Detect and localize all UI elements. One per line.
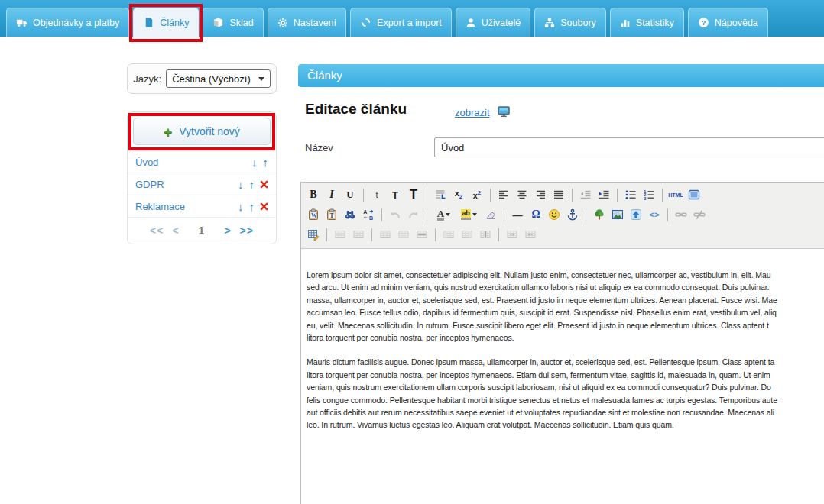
highlight-color-icon: ab xyxy=(461,209,471,220)
toolbar-source-code-button[interactable]: <> xyxy=(646,206,663,223)
tab-objednavky-a-platby[interactable]: Objednávky a platby xyxy=(6,8,129,37)
tab-napoveda[interactable]: ?Nápověda xyxy=(688,8,768,37)
article-row-uvod: Úvod↓↑ xyxy=(128,150,276,173)
toolbar-horizontal-rule-button[interactable]: — xyxy=(509,206,526,223)
arrow-up-icon[interactable]: ↑ xyxy=(249,201,255,212)
arrow-up-icon[interactable]: ↑ xyxy=(263,157,269,168)
toolbar-image-tree-button[interactable] xyxy=(591,206,608,223)
toolbar-outdent-button xyxy=(577,186,594,203)
pagination-next[interactable]: > xyxy=(224,225,231,237)
align-center-icon xyxy=(516,189,528,201)
truck-icon xyxy=(16,17,28,28)
pagination-prev: < xyxy=(172,225,179,237)
toolbar-superscript-button[interactable]: x2 xyxy=(469,186,485,203)
arrow-down-icon[interactable]: ↓ xyxy=(238,201,244,212)
section-title: Články xyxy=(307,69,342,82)
toolbar-paste-word-button[interactable]: W xyxy=(305,206,322,223)
tab-soubory[interactable]: Soubory xyxy=(534,8,606,37)
toolbar-numbered-list-button[interactable]: 123 xyxy=(641,186,657,203)
toolbar-style-props-button[interactable] xyxy=(432,186,449,203)
toolbar-paste-text-button[interactable]: T xyxy=(323,206,340,223)
editor-toolbar: BIUtTTx2x2123HTMLWTABAab—Ω<> xyxy=(301,183,824,249)
toolbar-col-insert-before-button xyxy=(440,226,457,243)
editor-paragraph: Lorem ipsum dolor sit amet, consectetuer… xyxy=(307,269,824,344)
table-insert-icon xyxy=(307,228,320,241)
remove-format-icon xyxy=(485,208,497,221)
article-link[interactable]: Úvod xyxy=(135,157,251,168)
language-select[interactable]: Čeština (Výchozí) xyxy=(166,69,271,88)
top-navbar: Objednávky a platbyČlánkySkladNastaveníE… xyxy=(0,0,824,37)
toolbar-special-char-button[interactable]: Ω xyxy=(527,206,544,223)
tab-export-a-import[interactable]: Export a import xyxy=(350,8,452,37)
tab-sklad[interactable]: Sklad xyxy=(203,8,263,37)
rich-text-editor: BIUtTTx2x2123HTMLWTABAab—Ω<> Lorem ipsum… xyxy=(300,182,824,504)
toolbar-table-insert-button[interactable] xyxy=(305,226,322,243)
toolbar-align-left-button[interactable] xyxy=(495,186,512,203)
article-list: Úvod↓↑GDPR↓↑Reklamace↓↑ xyxy=(128,150,276,217)
toolbar-align-justify-button[interactable] xyxy=(550,186,567,203)
box-icon xyxy=(212,17,224,28)
view-article-link[interactable]: zobrazit xyxy=(455,107,490,118)
toolbar-font-large-button[interactable]: T xyxy=(405,186,422,203)
tab-uzivatele[interactable]: Uživatelé xyxy=(456,8,530,37)
svg-text:B: B xyxy=(369,215,373,221)
toolbar-font-medium-button[interactable]: T xyxy=(387,186,404,203)
arrow-up-icon[interactable]: ↑ xyxy=(249,179,255,190)
tab-label: Sklad xyxy=(229,18,253,28)
page-title: Editace článku xyxy=(305,101,407,118)
pagination-nextnext[interactable]: >> xyxy=(240,225,254,237)
article-link[interactable]: GDPR xyxy=(135,179,238,190)
toolbar-html-source-button[interactable]: HTML xyxy=(667,186,684,203)
paste-word-icon: W xyxy=(307,208,320,221)
delete-x-icon[interactable] xyxy=(260,180,268,189)
underline-icon: U xyxy=(346,189,353,201)
article-controls: ↓↑ xyxy=(251,157,268,168)
toolbar-text-color-button[interactable]: A xyxy=(432,206,456,223)
toolbar-bold-button[interactable]: B xyxy=(305,186,322,203)
table-cell-props-icon xyxy=(352,228,365,241)
toolbar-find-replace-button[interactable]: AB xyxy=(360,206,377,223)
create-new-button[interactable]: + Vytvořit nový xyxy=(133,118,271,145)
toolbar-separator xyxy=(326,228,327,241)
toolbar-image-frame-button[interactable] xyxy=(609,206,626,223)
chevron-down-icon xyxy=(446,213,450,216)
pagination-current-page: 1 xyxy=(199,225,206,237)
chevron-down-icon xyxy=(472,213,477,216)
toolbar-row-insert-before-button xyxy=(377,226,394,243)
article-link[interactable]: Reklamace xyxy=(135,201,238,212)
toolbar-align-center-button[interactable] xyxy=(514,186,530,203)
toolbar-align-right-button[interactable] xyxy=(532,186,549,203)
toolbar-remove-format-button[interactable] xyxy=(482,206,499,223)
arrow-down-icon[interactable]: ↓ xyxy=(238,179,244,190)
editor-text-line: veniam, quis nostrum exercitationem ulla… xyxy=(307,381,824,393)
toolbar-indent-button[interactable] xyxy=(595,186,612,203)
toolbar-emoticon-button[interactable] xyxy=(546,206,563,223)
numbered-list-icon: 123 xyxy=(643,189,655,201)
monitor-icon[interactable] xyxy=(498,106,511,121)
editor-text-line: accumsan leo. Fusce tellus odio, dapibus… xyxy=(307,306,824,318)
tab-statistiky[interactable]: Statistiky xyxy=(610,8,684,37)
editor-text-line: sed arcu. Ut enim ad minim veniam, quis … xyxy=(307,281,824,293)
tab-clanky[interactable]: Články xyxy=(133,8,199,37)
toolbar-underline-button[interactable]: U xyxy=(342,186,358,203)
toolbar-upload-button[interactable] xyxy=(628,206,644,223)
toolbar-font-small-button[interactable]: t xyxy=(368,186,385,203)
toolbar-row: BIUtTTx2x2123HTML xyxy=(304,185,824,205)
toolbar-anchor-button[interactable] xyxy=(564,206,581,223)
editor-content-area[interactable]: Lorem ipsum dolor sit amet, consectetuer… xyxy=(301,249,824,451)
editor-text-line: Lorem ipsum dolor sit amet, consectetuer… xyxy=(307,269,824,281)
toolbar-bullet-list-button[interactable] xyxy=(622,186,639,203)
toolbar-fullscreen-button[interactable] xyxy=(686,186,702,203)
toolbar-highlight-color-button[interactable]: ab xyxy=(457,206,481,223)
toolbar-separator xyxy=(504,208,504,221)
svg-text:T: T xyxy=(330,212,334,219)
article-name-input[interactable] xyxy=(434,137,824,157)
toolbar-subscript-button[interactable]: x2 xyxy=(450,186,467,203)
delete-x-icon[interactable] xyxy=(260,202,268,211)
arrow-down-icon[interactable]: ↓ xyxy=(251,157,258,168)
toolbar-find-button[interactable] xyxy=(342,206,358,223)
tab-nastaveni[interactable]: Nastavení xyxy=(268,8,346,37)
toolbar-italic-button[interactable]: I xyxy=(323,186,340,203)
language-panel: Jazyk: Čeština (Výchozí) xyxy=(127,63,277,94)
editor-text-line: aut officiis debitis aut rerum necessita… xyxy=(307,406,824,418)
